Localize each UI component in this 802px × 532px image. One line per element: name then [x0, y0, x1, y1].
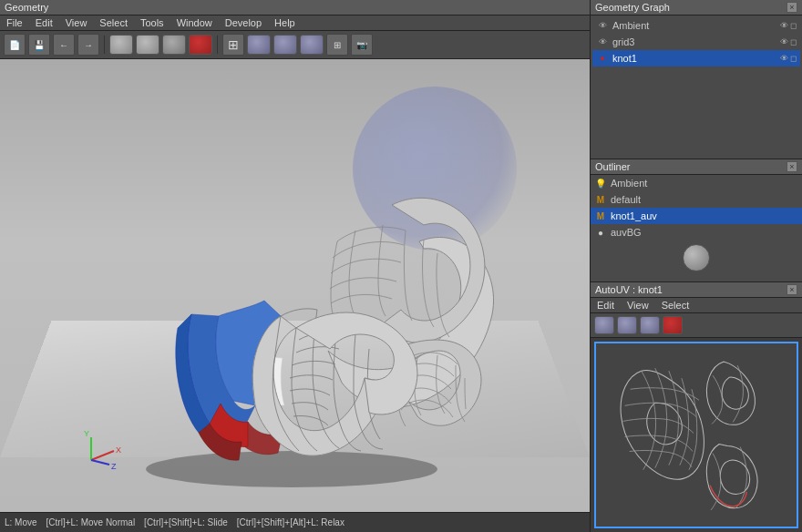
menu-edit[interactable]: Edit — [33, 16, 56, 29]
autouv-panel: AutoUV : knot1 × Edit View Select — [591, 282, 802, 532]
toolbar-separator-2 — [217, 36, 218, 54]
back-button[interactable]: ← — [53, 34, 75, 56]
graph-row-grid3[interactable]: 👁 grid3 👁 ◻ — [592, 34, 800, 50]
autouv-title-label: AutoUV : knot1 — [595, 284, 663, 295]
mode-label: L: Move — [5, 517, 37, 527]
auvbg-dot-icon: ● — [594, 226, 607, 239]
toolbar-separator-1 — [104, 36, 105, 54]
autouv-close[interactable]: × — [787, 284, 797, 295]
outliner-header: Outliner × — [591, 159, 802, 175]
main-layout: Geometry File Edit View Select Tools Win… — [0, 0, 802, 532]
graph-row-knot1[interactable]: ● knot1 👁 ◻ — [592, 50, 800, 66]
graph-row-ambient[interactable]: 👁 Ambient 👁 ◻ — [592, 17, 800, 34]
autouv-menu-select[interactable]: Select — [659, 299, 693, 312]
knot-object: X Y Z — [73, 132, 529, 496]
grid-view-button[interactable]: ⊞ — [326, 34, 348, 56]
outliner-panel: Outliner × 💡 Ambient M default M knot1_a… — [591, 159, 802, 282]
ambient-bulb-icon: 💡 — [594, 177, 607, 189]
ambient-icons: 👁 ◻ — [780, 21, 797, 30]
autouv-menu-edit[interactable]: Edit — [594, 299, 617, 312]
knot1-render-icon: ◻ — [790, 54, 797, 63]
grid3-vis-icon: 👁 — [780, 37, 788, 46]
outliner-knot1auv-label: knot1_auv — [611, 210, 657, 221]
forward-button[interactable]: → — [77, 34, 99, 56]
knot1auv-m-icon: M — [594, 210, 607, 222]
default-m-icon: M — [594, 193, 607, 206]
shape-btn-7[interactable] — [300, 35, 324, 55]
geo-graph-close[interactable]: × — [787, 2, 797, 13]
outliner-content: 💡 Ambient M default M knot1_auv ● auvBG — [591, 175, 802, 281]
geometry-panel: Geometry File Edit View Select Tools Win… — [0, 0, 591, 532]
svg-line-3 — [91, 460, 109, 465]
svg-text:Y: Y — [84, 429, 89, 438]
outliner-ambient-label: Ambient — [611, 178, 647, 189]
knot-svg: X Y Z — [73, 132, 529, 496]
grid3-label: grid3 — [612, 36, 634, 47]
shape-btn-4[interactable] — [189, 35, 212, 55]
grid-button[interactable]: ⊞ — [222, 34, 244, 56]
knot1-icons: 👁 ◻ — [780, 54, 797, 63]
camera-button[interactable]: 📷 — [351, 34, 373, 56]
right-panel: Geometry Graph × 👁 Ambient 👁 ◻ — [591, 0, 802, 532]
menu-view[interactable]: View — [63, 16, 90, 29]
menu-tools[interactable]: Tools — [138, 16, 167, 29]
hint1-label: [Ctrl]+L: Move Normal — [46, 517, 136, 527]
sphere-icon-area — [591, 240, 802, 275]
outliner-default-label: default — [611, 194, 641, 205]
geo-graph-content: 👁 Ambient 👁 ◻ 👁 grid3 👁 ◻ — [591, 15, 802, 159]
knot1-vis-icon: 👁 — [780, 54, 788, 63]
autouv-toolbar — [591, 313, 802, 338]
menu-file[interactable]: File — [4, 16, 26, 29]
shape-btn-1[interactable] — [109, 35, 133, 55]
ambient-eye-icon: 👁 — [596, 19, 609, 32]
menu-select[interactable]: Select — [97, 16, 130, 29]
outliner-row-knot1auv[interactable]: M knot1_auv — [591, 208, 802, 224]
autouv-menu-bar: Edit View Select — [591, 298, 802, 313]
3d-viewport[interactable]: X Y Z — [0, 59, 590, 512]
menu-help[interactable]: Help — [272, 16, 298, 29]
knot1-dot-icon: ● — [596, 52, 609, 65]
svg-line-1 — [91, 451, 114, 460]
grid3-icons: 👁 ◻ — [780, 37, 797, 46]
uv-shape-btn-1[interactable] — [594, 316, 614, 334]
hint3-label: [Ctrl]+[Shift]+[Alt]+L: Relax — [237, 517, 344, 527]
save-button[interactable]: 💾 — [28, 34, 50, 56]
outliner-row-ambient[interactable]: 💡 Ambient — [591, 175, 802, 191]
geometry-graph-panel: Geometry Graph × 👁 Ambient 👁 ◻ — [591, 0, 802, 159]
outliner-close[interactable]: × — [787, 161, 797, 172]
ambient-vis-icon: 👁 — [780, 21, 788, 30]
menu-develop[interactable]: Develop — [222, 16, 264, 29]
top-area: Geometry File Edit View Select Tools Win… — [0, 0, 802, 532]
autouv-viewport[interactable] — [594, 342, 798, 528]
svg-point-0 — [146, 451, 437, 487]
ambient-render-icon: ◻ — [790, 21, 797, 30]
autouv-title-bar: AutoUV : knot1 × — [591, 282, 802, 298]
geometry-toolbar: 📄 💾 ← → ⊞ ⊞ 📷 — [0, 31, 590, 59]
geometry-title-bar: Geometry — [0, 0, 590, 15]
svg-text:Z: Z — [111, 462, 117, 471]
status-bar: L: Move [Ctrl]+L: Move Normal [Ctrl]+[Sh… — [0, 512, 590, 532]
uv-shape-btn-4[interactable] — [663, 316, 683, 334]
ambient-label: Ambient — [612, 20, 649, 31]
axis-indicator: X Y Z — [84, 429, 121, 471]
shape-btn-2[interactable] — [136, 35, 159, 55]
shape-btn-5[interactable] — [247, 35, 271, 55]
autouv-menu-view[interactable]: View — [624, 299, 652, 312]
shape-btn-6[interactable] — [273, 35, 297, 55]
hint2-label: [Ctrl]+[Shift]+L: Slide — [144, 517, 228, 527]
outliner-row-default[interactable]: M default — [591, 191, 802, 208]
new-file-button[interactable]: 📄 — [4, 34, 26, 56]
grid3-eye-icon: 👁 — [596, 36, 609, 48]
outliner-title: Outliner — [595, 161, 631, 172]
uv-shape-btn-3[interactable] — [640, 316, 660, 334]
grid3-render-icon: ◻ — [790, 37, 797, 46]
uv-shape-btn-2[interactable] — [617, 316, 637, 334]
svg-text:X: X — [116, 445, 121, 455]
uv-mesh-display — [596, 343, 797, 527]
geometry-title-label: Geometry — [5, 2, 48, 13]
geometry-menu-bar: File Edit View Select Tools Window Devel… — [0, 15, 590, 31]
outliner-row-auvbg[interactable]: ● auvBG — [591, 224, 802, 240]
shape-btn-3[interactable] — [162, 35, 186, 55]
knot1-label: knot1 — [612, 53, 637, 64]
menu-window[interactable]: Window — [174, 16, 215, 29]
